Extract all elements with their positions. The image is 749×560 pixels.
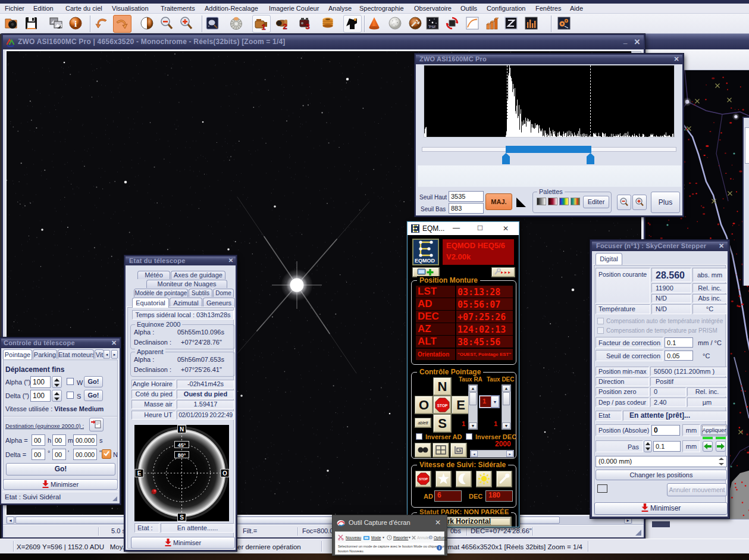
pas-input[interactable] [653,441,681,452]
eqmod-close-icon[interactable]: ✕ [503,224,509,233]
menu-spectrographie[interactable]: Spectrographie [359,4,404,13]
focuser-close-icon[interactable]: ✕ [717,242,725,250]
focuser-minimiser-button[interactable]: Minimiser [594,502,728,515]
eqmod-logo[interactable]: EQMOD [412,239,439,265]
dest-delta-s-input[interactable] [73,449,97,460]
tab-subtils[interactable]: Subtils [189,289,212,297]
controle-minimiser-button[interactable]: Minimiser [3,479,118,490]
seuil-haut-input[interactable] [449,191,484,202]
facteur-input[interactable] [665,337,693,348]
slider-handle-high[interactable] [587,153,594,164]
image-window-titlebar[interactable]: ZWO ASI1600MC Pro | 4656x3520 - Monochro… [3,35,644,49]
track-stop-button[interactable]: STOP [415,471,431,487]
taux-ra-thumb[interactable] [469,392,477,405]
eqmod-minimize-icon[interactable]: — [453,224,460,232]
z-frame-button[interactable] [503,15,521,33]
slew-north-button[interactable]: N [433,377,452,396]
histogram-close-icon[interactable]: ✕ [672,55,681,63]
moon-sphere-button[interactable] [387,15,405,33]
turbine-button[interactable] [228,15,246,33]
pas-stepper[interactable] [644,440,652,452]
tab-dome[interactable]: Dome [213,289,234,297]
slew-west-button[interactable]: O [415,396,433,414]
track-sidereal-button[interactable] [435,471,452,487]
dest-alpha-s-input[interactable] [73,434,97,446]
curve-graph-button[interactable] [464,15,482,33]
capture-nouveau-button[interactable]: Nouveau [346,536,361,540]
camera-1-button[interactable]: 1 [252,15,271,33]
dest-alpha-m-input[interactable] [52,434,66,446]
ablett-button[interactable]: ablett [415,418,431,428]
palette-grey[interactable] [537,198,546,205]
guide-scroll-left[interactable]: ◂ [471,450,478,457]
alpha-stepper[interactable] [52,376,62,388]
tab-parking[interactable]: Parking [33,349,57,359]
n-checkbox[interactable] [102,449,111,459]
copy-image-button[interactable] [48,15,66,33]
focuser-titlebar[interactable]: Focuser (n°1) : SkyCenter Stepper ✕ [592,242,728,251]
taux-dec-thumb[interactable] [503,392,510,405]
appliquer-button[interactable]: Appliquer [701,424,728,436]
move-in-button[interactable] [703,441,713,452]
tab-equatorial[interactable]: Equatorial [132,298,169,308]
reporter-dropdown-arrow[interactable]: ▼ [408,536,411,539]
track-solar-button[interactable] [476,471,492,487]
track-ad-value[interactable]: 6 [434,490,462,502]
etat-titlebar[interactable]: Etat du télescope ✕ [126,256,236,265]
menu-outils[interactable]: Outils [460,4,477,13]
dest-delta-m-input[interactable] [52,449,66,460]
go-big-button[interactable]: Go! [6,463,115,475]
maj-button[interactable]: MAJ. [485,193,512,210]
capture-reporter-button[interactable]: Reporter [393,536,408,540]
taux-dec-slider[interactable]: ▲▼ [502,384,511,430]
inverser-ad-checkbox[interactable] [416,433,422,440]
menu-fen-tres[interactable]: Fenêtres [535,4,561,13]
slew-stop-button[interactable]: STOP [433,396,452,414]
tab-axes-de-guidage[interactable]: Axes de guidage [171,271,225,279]
comp-auto-checkbox[interactable] [597,318,604,324]
delta-stepper[interactable] [52,390,62,402]
capture-mode-button[interactable]: Mode [371,536,381,540]
eqmod-setup-button[interactable] [491,267,515,277]
move-out-button[interactable] [716,441,726,452]
tab-etat-moteurs[interactable]: Etat moteurs [58,349,94,359]
device-3-button[interactable]: 3 [296,15,315,33]
tab-mod-le-de-pointage[interactable]: Modèle de pointage [134,289,188,297]
positions-combo-spin[interactable] [717,457,726,466]
rate-combo[interactable]: 1 ▼ [479,395,500,408]
abort-button[interactable] [444,15,462,33]
menu-edition[interactable]: Edition [33,4,54,13]
rate-combo-arrow[interactable]: ▼ [491,396,499,408]
redo-button[interactable] [113,15,131,33]
taux-ra-slider[interactable]: ▲▼ [468,384,478,430]
barrel-button[interactable] [319,15,338,33]
eqmod-titlebar[interactable]: EQM... — ☐ ✕ [408,222,519,235]
tab-m-t-o[interactable]: Météo [137,271,170,279]
plus-button[interactable]: Plus [651,192,680,213]
collimation-button[interactable] [407,15,425,33]
threshold-low-marker[interactable] [507,65,507,137]
histogram-titlebar[interactable]: ZWO ASI1600MC Pro ✕ [416,55,682,64]
delta-go-button[interactable]: Go! [84,390,103,401]
psf-button[interactable]: PSF [424,15,443,33]
bar-chart-button[interactable] [484,15,502,33]
tab-vit[interactable]: Vit [95,349,104,359]
gradient-triangle-icon[interactable] [516,197,528,209]
contrast-button[interactable] [139,15,157,33]
menu-configuration[interactable]: Configuration [487,4,525,13]
save-button[interactable] [23,15,41,33]
undo-button[interactable] [93,15,111,33]
menu-observatoire[interactable]: Observatoire [414,4,452,13]
guide-scrollbar[interactable]: ◂ ▸ [470,450,514,458]
controle-close-icon[interactable]: ✕ [110,339,118,347]
capture-close-icon[interactable]: ✕ [435,518,441,527]
histogram-plot[interactable] [424,65,675,137]
changer-positions-button[interactable]: Changer les positions [596,470,727,480]
tab-pointage[interactable]: Pointage [3,349,32,359]
palette-red[interactable] [548,198,557,205]
tabs-scroll-left[interactable]: ◂ [104,350,110,359]
gears-button[interactable] [556,15,574,33]
range-slider-bar[interactable] [506,146,591,153]
delta-input[interactable] [30,390,51,402]
focuser-small-checkbox[interactable] [597,484,607,493]
